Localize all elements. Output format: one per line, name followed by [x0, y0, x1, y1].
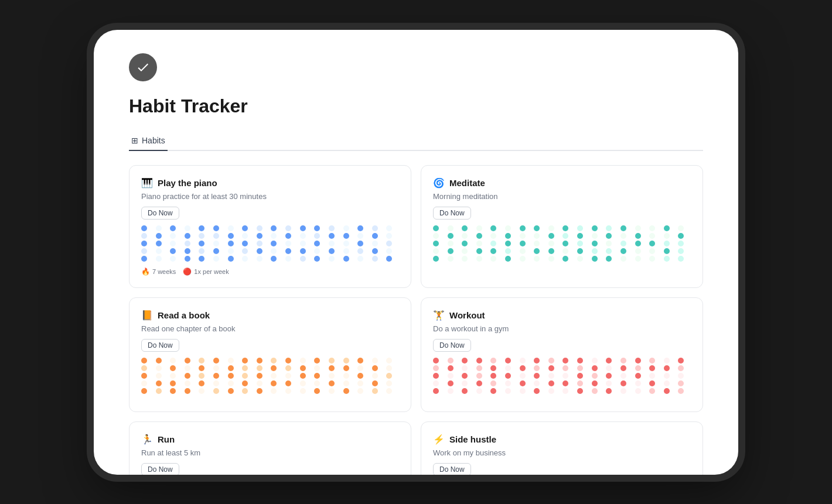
checkmark-icon: [136, 60, 150, 74]
habit-card-read: 📙 Read a book Read one chapter of a book…: [129, 297, 411, 412]
habit-header-meditate: 🌀 Meditate: [433, 177, 691, 188]
piano-icon: 🎹: [141, 177, 153, 188]
read-dots: [141, 358, 399, 394]
side-do-now[interactable]: Do Now: [433, 463, 471, 475]
page-title: Habit Tracker: [129, 95, 703, 117]
piano-streak: 🔥 7 weeks: [141, 268, 176, 276]
tab-habits[interactable]: ⊞ Habits: [129, 131, 168, 151]
piano-dots: [141, 225, 399, 262]
habits-tab-label: Habits: [142, 136, 165, 145]
habit-card-side: ⚡ Side hustle Work on my business Do Now: [421, 421, 703, 475]
meditate-title: Meditate: [449, 178, 485, 188]
run-desc: Run at least 5 km: [141, 448, 399, 457]
habit-card-meditate: 🌀 Meditate Morning meditation Do Now: [421, 165, 703, 288]
tablet-content: Habit Tracker ⊞ Habits 🎹 Play the piano …: [94, 30, 738, 475]
side-icon: ⚡: [433, 434, 445, 445]
workout-do-now[interactable]: Do Now: [433, 339, 471, 352]
piano-title: Play the piano: [158, 178, 217, 188]
app-icon: [129, 53, 157, 81]
meditate-desc: Morning meditation: [433, 192, 691, 201]
habit-header-run: 🏃 Run: [141, 434, 399, 445]
tablet-frame: Habit Tracker ⊞ Habits 🎹 Play the piano …: [94, 30, 738, 475]
side-desc: Work on my business: [433, 448, 691, 457]
habit-header-workout: 🏋 Workout: [433, 310, 691, 321]
workout-desc: Do a workout in a gym: [433, 324, 691, 333]
tab-bar: ⊞ Habits: [129, 131, 703, 151]
meditate-icon: 🌀: [433, 177, 445, 188]
workout-title: Workout: [449, 310, 485, 320]
habit-card-run: 🏃 Run Run at least 5 km Do Now: [129, 421, 411, 475]
habits-grid: 🎹 Play the piano Piano practice for at l…: [129, 165, 703, 475]
habits-tab-icon: ⊞: [131, 136, 138, 145]
piano-do-now[interactable]: Do Now: [141, 207, 179, 220]
run-icon: 🏃: [141, 434, 153, 445]
habit-header-piano: 🎹 Play the piano: [141, 177, 399, 188]
run-do-now[interactable]: Do Now: [141, 463, 179, 475]
side-title: Side hustle: [449, 434, 496, 444]
piano-freq: 🔴 1x per week: [183, 268, 229, 276]
piano-desc: Piano practice for at least 30 minutes: [141, 192, 399, 201]
read-do-now[interactable]: Do Now: [141, 339, 179, 352]
run-title: Run: [158, 434, 175, 444]
piano-footer: 🔥 7 weeks 🔴 1x per week: [141, 268, 399, 276]
read-title: Read a book: [158, 310, 210, 320]
habit-header-side: ⚡ Side hustle: [433, 434, 691, 445]
habit-card-piano: 🎹 Play the piano Piano practice for at l…: [129, 165, 411, 288]
habit-card-workout: 🏋 Workout Do a workout in a gym Do Now: [421, 297, 703, 412]
read-desc: Read one chapter of a book: [141, 324, 399, 333]
workout-dots: [433, 358, 691, 394]
workout-icon: 🏋: [433, 310, 445, 321]
habit-header-read: 📙 Read a book: [141, 310, 399, 321]
meditate-dots: [433, 225, 691, 262]
read-icon: 📙: [141, 310, 153, 321]
meditate-do-now[interactable]: Do Now: [433, 207, 471, 220]
